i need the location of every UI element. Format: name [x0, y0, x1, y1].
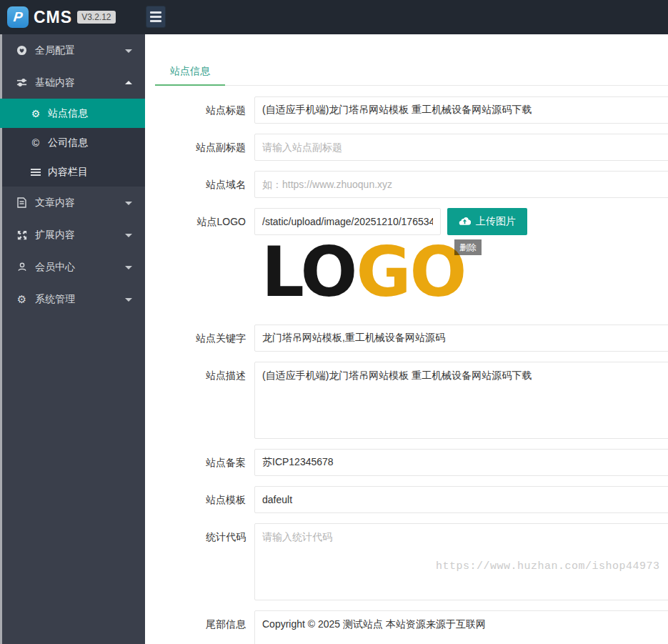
sidebar-item-label: 文章内容 — [35, 197, 75, 209]
main-content: 站点信息 站点标题 站点副标题 站点域名 站点LOGO — [145, 34, 668, 644]
tab-site-info[interactable]: 站点信息 — [155, 56, 225, 85]
sidebar-item-label: 内容栏目 — [48, 166, 88, 179]
sidebar-item-label: 全局配置 — [35, 44, 75, 57]
sidebar: 全局配置 基础内容 ⚙ 站点信息 © 公司信息 内容栏目 — [0, 34, 145, 644]
site-domain-input[interactable] — [254, 171, 668, 198]
sidebar-item-system-manage[interactable]: ⚙ 系统管理 — [0, 283, 145, 315]
site-logo-preview: LOGO 删除 — [261, 242, 472, 304]
sidebar-item-label: 公司信息 — [48, 137, 88, 149]
sidebar-item-company-info[interactable]: © 公司信息 — [0, 128, 145, 157]
sidebar-item-label: 站点信息 — [48, 107, 88, 120]
sidebar-item-basic-content[interactable]: 基础内容 — [0, 66, 145, 99]
list-icon — [30, 167, 41, 178]
sidebar-item-label: 基础内容 — [35, 76, 75, 89]
form-row: 站点描述 (自适应手机端)龙门塔吊网站模板 重工机械设备网站源码下载 — [145, 362, 668, 439]
chevron-up-icon — [125, 81, 132, 84]
version-badge: V3.2.12 — [77, 11, 115, 24]
topbar: P CMS V3.2.12 — [0, 0, 668, 34]
field-label: 尾部信息 — [145, 610, 254, 644]
app-logo-icon: P — [7, 6, 29, 28]
copyright-icon: © — [30, 137, 41, 149]
chevron-down-icon — [125, 298, 132, 302]
sidebar-item-label: 会员中心 — [35, 261, 75, 274]
form-row: 站点副标题 — [145, 134, 668, 161]
hamburger-icon — [150, 11, 161, 14]
form-row: 站点标题 — [145, 96, 668, 124]
field-label: 统计代码 — [145, 523, 254, 600]
chevron-down-icon — [125, 234, 132, 237]
sidebar-submenu-basic-content: ⚙ 站点信息 © 公司信息 内容栏目 — [0, 99, 145, 187]
chevron-down-icon — [125, 49, 132, 53]
sidebar-toggle-button[interactable] — [146, 6, 166, 28]
app-logo-glyph: P — [13, 9, 24, 25]
sidebar-item-content-columns[interactable]: 内容栏目 — [0, 157, 145, 187]
form-row: 站点模板 — [145, 486, 668, 513]
site-description-textarea[interactable]: (自适应手机端)龙门塔吊网站模板 重工机械设备网站源码下载 — [254, 362, 668, 439]
delete-logo-button[interactable]: 删除 — [454, 239, 482, 255]
field-label: 站点备案 — [145, 449, 254, 476]
document-icon — [16, 197, 28, 209]
sidebar-item-label: 系统管理 — [35, 293, 75, 306]
site-template-input[interactable] — [254, 486, 668, 513]
form-row: 站点域名 — [145, 171, 668, 198]
cloud-upload-icon — [459, 216, 471, 227]
sidebar-item-global-config[interactable]: 全局配置 — [0, 34, 145, 66]
sliders-icon — [16, 76, 28, 89]
field-label: 站点描述 — [145, 362, 254, 439]
stats-code-textarea[interactable] — [254, 523, 668, 600]
site-icp-input[interactable] — [254, 449, 668, 476]
site-subtitle-input[interactable] — [254, 134, 668, 161]
site-title-input[interactable] — [254, 96, 668, 124]
chevron-down-icon — [125, 266, 132, 269]
user-icon — [16, 261, 28, 273]
brand: P CMS V3.2.12 — [7, 0, 116, 34]
field-label: 站点标题 — [145, 96, 254, 124]
tab-bar: 站点信息 — [155, 56, 668, 86]
sidebar-item-article-content[interactable]: 文章内容 — [0, 187, 145, 219]
sidebar-item-extended-content[interactable]: 扩展内容 — [0, 219, 145, 251]
field-label: 站点域名 — [145, 171, 254, 198]
field-label: 站点LOGO — [145, 208, 254, 304]
upload-image-button[interactable]: 上传图片 — [447, 208, 527, 235]
expand-icon — [16, 229, 28, 241]
field-label: 站点关键字 — [145, 325, 254, 352]
upload-image-label: 上传图片 — [476, 215, 516, 228]
gear-icon: ⚙ — [16, 293, 28, 305]
sidebar-item-member-center[interactable]: 会员中心 — [0, 251, 145, 283]
globe-icon — [16, 44, 28, 56]
field-label: 站点模板 — [145, 486, 254, 513]
form-row-logo: 站点LOGO 上传图片 LOGO 删除 — [145, 208, 668, 304]
site-info-form: 站点标题 站点副标题 站点域名 站点LOGO — [145, 96, 668, 644]
form-row: 站点关键字 — [145, 325, 668, 352]
site-logo-path-input[interactable] — [254, 208, 441, 235]
sidebar-item-label: 扩展内容 — [35, 229, 75, 242]
field-label: 站点副标题 — [145, 134, 254, 161]
app-title: CMS — [34, 8, 72, 27]
chevron-down-icon — [125, 202, 132, 205]
site-keywords-input[interactable] — [254, 325, 668, 352]
sidebar-item-site-info[interactable]: ⚙ 站点信息 — [0, 99, 145, 128]
gear-icon: ⚙ — [30, 108, 41, 119]
form-row: 尾部信息 Copyright © 2025 测试站点 本站资源来源于互联网 — [145, 610, 668, 644]
form-row: 统计代码 — [145, 523, 668, 600]
footer-info-textarea[interactable]: Copyright © 2025 测试站点 本站资源来源于互联网 — [254, 610, 668, 644]
form-row: 站点备案 — [145, 449, 668, 476]
logo-image: LOGO — [261, 242, 472, 303]
